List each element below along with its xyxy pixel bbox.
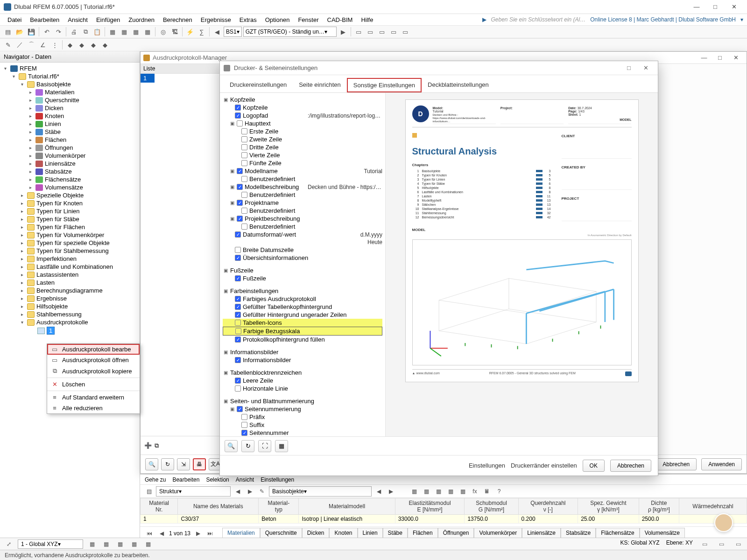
build-icon[interactable]: 🏗 [169, 27, 180, 37]
cb-benutzer4[interactable] [241, 224, 247, 230]
pm-search-button[interactable]: 🔍 [145, 458, 158, 470]
cb-info[interactable]: ✓ [235, 357, 241, 363]
tree-basis-item[interactable]: Materialien [45, 89, 75, 96]
bz-menu-view[interactable]: Ansicht [236, 476, 254, 483]
cb-breitedatum[interactable] [235, 247, 241, 253]
minimize-button[interactable]: — [687, 0, 706, 14]
bz-prev2-icon[interactable]: ◀ [374, 486, 384, 497]
cb-farb3[interactable] [235, 320, 241, 326]
ctx-collapse[interactable]: ≡Alle reduzieren [47, 403, 140, 413]
cb-farb0[interactable]: ✓ [235, 296, 241, 302]
bz-edit-icon[interactable]: ✎ [257, 486, 267, 497]
ctx-delete[interactable]: ✕Löschen [47, 379, 140, 390]
nodes-icon[interactable]: ⋮ [49, 40, 60, 50]
menu-berechnen[interactable]: Berechnen [159, 15, 196, 25]
menu-datei[interactable]: Datei [4, 15, 25, 25]
navigator-tree[interactable]: ▾RFEM ▾Tutorial.rf6* ▾Basisobjekte ▸Mate… [0, 63, 140, 539]
sb-g2-icon[interactable]: ▦ [101, 539, 111, 549]
dlg-settings-tree[interactable]: ▣Kopfzeile ✓Kopfzeile ✓Logopfad:/img/ill… [220, 93, 386, 436]
dlg-refresh-button[interactable]: ↻ [241, 440, 254, 452]
tree-folder[interactable]: Typen für spezielle Objekte [36, 239, 110, 246]
cb-hauptchild[interactable] [241, 128, 247, 134]
sb-g3-icon[interactable]: ▦ [115, 539, 125, 549]
bolt-icon[interactable]: ⚡ [185, 27, 195, 37]
dlg-zoom-button[interactable]: 🔍 [225, 440, 238, 452]
bz-tab[interactable]: Stabsätze [561, 528, 596, 539]
cb-sn0[interactable] [241, 414, 247, 420]
cb-hauptchild[interactable] [241, 160, 247, 166]
tree-basis[interactable]: Basisobjekte [36, 81, 71, 88]
grid4-icon[interactable]: ▦ [142, 27, 153, 37]
center-icon[interactable]: ◎ [158, 27, 168, 37]
dlg-grid-button[interactable]: ▦ [275, 440, 288, 452]
tree-folder[interactable]: Typen für Knoten [36, 200, 83, 207]
tree-folder[interactable]: Lastassistenten [36, 271, 78, 278]
bz-i2-icon[interactable]: ▦ [421, 486, 431, 497]
cb-sn1[interactable] [241, 422, 247, 428]
cb-datumsformat[interactable]: ✓ [235, 231, 241, 238]
bz-tab[interactable]: Stäbe [383, 528, 408, 539]
tab-deckblatt[interactable]: Deckblatteinstellungen [422, 78, 495, 92]
t4-icon[interactable]: ◆ [100, 40, 110, 50]
sb-r3-icon[interactable]: ▭ [733, 539, 743, 549]
close-button[interactable]: ✕ [725, 0, 743, 14]
sb-g4-icon[interactable]: ▦ [129, 539, 139, 549]
pm-apply-button[interactable]: Anwenden [701, 458, 742, 470]
bz-tab[interactable]: Liniensätze [522, 528, 561, 539]
sb-r1-icon[interactable]: ▭ [699, 539, 710, 549]
t1-icon[interactable]: ◆ [65, 40, 75, 50]
sb-r2-icon[interactable]: ▭ [716, 539, 726, 549]
node-tbt[interactable]: Tabellenblocktrennzeichen [230, 369, 302, 376]
bz-first-icon[interactable]: ⏮ [145, 529, 154, 538]
cb-projektbesch[interactable]: ✓ [237, 216, 243, 222]
node-farb[interactable]: Farbeinstellungen [230, 287, 278, 294]
tree-basis-item[interactable]: Liniensätze [45, 160, 76, 167]
tree-basis-item[interactable]: Flächensätze [45, 176, 81, 183]
tree-folder[interactable]: Ausdruckprotokolle [36, 319, 88, 326]
tree-basis-item[interactable]: Knoten [45, 112, 64, 119]
open-icon[interactable]: 📂 [14, 27, 25, 37]
sb-cs-combo[interactable]: 1 - Global XYZ ▾ [18, 539, 83, 549]
bz-menu-goto[interactable]: Gehe zu [145, 476, 166, 483]
tree-folder[interactable]: Lasten [36, 279, 55, 286]
print-icon[interactable]: 🖨 [69, 27, 79, 37]
pm-refresh-button[interactable]: ↻ [161, 458, 174, 470]
ctx-expand[interactable]: ≡Auf Standard erweitern [47, 392, 140, 403]
tree-basis-item[interactable]: Stäbe [45, 128, 61, 135]
pm-min-button[interactable]: — [696, 53, 712, 63]
cb-fusszeile[interactable]: ✓ [235, 275, 241, 281]
bz-i5-icon[interactable]: ▦ [458, 486, 468, 497]
pm-list[interactable]: 1 [141, 74, 219, 436]
menu-fenster[interactable]: Fenster [294, 15, 322, 25]
menu-bearbeiten[interactable]: Bearbeiten [26, 15, 63, 25]
bz-prevp-icon[interactable]: ◀ [157, 529, 166, 538]
grid2-icon[interactable]: ▦ [119, 27, 129, 37]
pm-export-button[interactable]: ⇲ [177, 458, 190, 470]
right-icon[interactable]: ▶ [338, 27, 348, 37]
bz-tab[interactable]: Volumensätze [640, 528, 685, 539]
sb-axis-icon[interactable]: ⤢ [4, 539, 14, 549]
dlg-max-button[interactable]: □ [620, 63, 637, 74]
pm-add-icon[interactable]: ➕ [144, 442, 152, 449]
bz-nextp-icon[interactable]: ▶ [193, 529, 203, 538]
menu-cadbim[interactable]: CAD-BIM [324, 15, 357, 25]
left-icon[interactable]: ◀ [212, 27, 222, 37]
pm-settings-button[interactable]: 🖶 [193, 458, 206, 470]
bz-menu-selection[interactable]: Selektion [206, 476, 229, 483]
grid3-icon[interactable]: ▦ [131, 27, 141, 37]
tab-sonstige-einstellungen[interactable]: Sonstige Einstellungen [347, 78, 422, 92]
pencil-icon[interactable]: ✎ [3, 40, 13, 50]
cb-seitennum[interactable]: ✓ [237, 406, 243, 412]
tree-printout-1[interactable]: 1 [47, 327, 55, 335]
tree-basis-item[interactable]: Öffnungen [45, 144, 73, 151]
bz-next2-icon[interactable]: ▶ [386, 486, 396, 497]
cb-logopfad[interactable]: ✓ [235, 112, 241, 119]
save-icon[interactable]: 💾 [26, 27, 36, 37]
chevron-down-icon[interactable]: ▾ [740, 16, 743, 23]
cb-farb2[interactable]: ✓ [235, 312, 241, 318]
dlg-fit-button[interactable]: ⛶ [258, 440, 271, 452]
node-kopfzeile[interactable]: Kopfzeile [230, 96, 255, 103]
bz-next-icon[interactable]: ▶ [245, 486, 255, 497]
cb-projektname[interactable]: ✓ [237, 200, 243, 206]
menu-extras[interactable]: Extras [236, 15, 261, 25]
